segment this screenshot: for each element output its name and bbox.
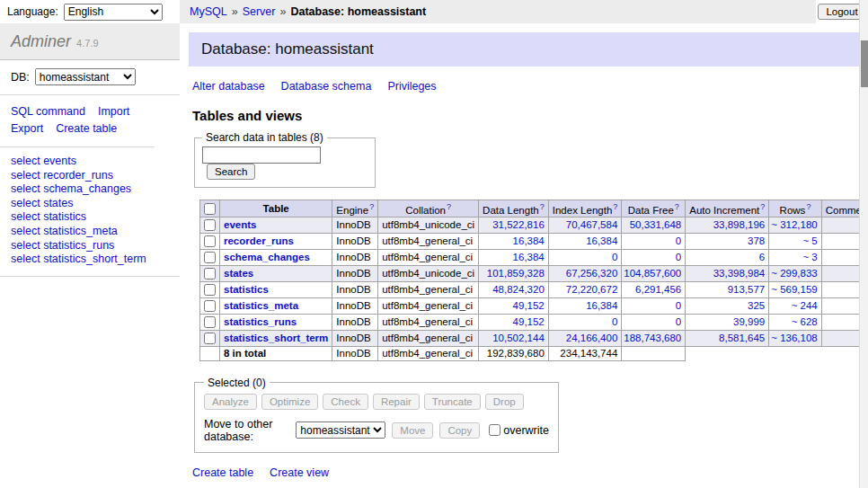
- sidebar-table-link[interactable]: schema_changes: [43, 182, 131, 195]
- sidebar-table-link[interactable]: states: [43, 197, 73, 209]
- data-length-link[interactable]: 48,824,320: [492, 284, 545, 295]
- repair-button[interactable]: Repair: [373, 394, 420, 410]
- column-help-link[interactable]: ?: [760, 202, 765, 211]
- index-length-link[interactable]: 16,384: [586, 300, 617, 311]
- move-button[interactable]: Move: [392, 422, 433, 439]
- data-length-link[interactable]: 101,859,328: [487, 268, 545, 279]
- create-view-link[interactable]: Create view: [270, 466, 329, 479]
- truncate-button[interactable]: Truncate: [424, 394, 481, 410]
- row-checkbox[interactable]: [204, 300, 216, 312]
- table-structure-link[interactable]: recorder_runs: [224, 235, 294, 246]
- data-free-link[interactable]: 6,291,456: [635, 284, 681, 295]
- rows-count-link[interactable]: ~ 3: [802, 252, 817, 262]
- alter-database-link[interactable]: Alter database: [192, 80, 265, 93]
- data-length-link[interactable]: 49,152: [513, 316, 545, 327]
- index-length-link[interactable]: 16,384: [586, 235, 617, 246]
- data-free-link[interactable]: 0: [676, 252, 681, 262]
- index-length-link[interactable]: 67,256,320: [566, 268, 618, 279]
- column-help-link[interactable]: ?: [675, 202, 679, 211]
- sidebar-link-sql-command[interactable]: SQL command: [11, 103, 85, 120]
- overwrite-checkbox[interactable]: [489, 424, 500, 436]
- breadcrumb-mysql-link[interactable]: MySQL: [190, 5, 227, 18]
- select-data-link[interactable]: select: [11, 197, 40, 209]
- vertical-scrollbar[interactable]: [859, 0, 868, 488]
- select-data-link[interactable]: select: [11, 182, 40, 195]
- table-structure-link[interactable]: events: [224, 219, 256, 230]
- index-length-link[interactable]: 70,467,584: [566, 219, 618, 230]
- select-data-link[interactable]: select: [11, 169, 40, 182]
- row-checkbox[interactable]: [204, 333, 216, 344]
- table-structure-link[interactable]: states: [224, 268, 253, 279]
- sidebar-table-link[interactable]: statistics_meta: [43, 225, 118, 237]
- rows-count-link[interactable]: ~ 628: [792, 316, 818, 327]
- auto-increment-link[interactable]: 325: [748, 300, 765, 311]
- row-checkbox[interactable]: [204, 252, 216, 263]
- check-button[interactable]: Check: [323, 394, 368, 410]
- auto-increment-link[interactable]: 33,898,196: [713, 219, 766, 230]
- table-structure-link[interactable]: schema_changes: [224, 252, 310, 262]
- column-help-link[interactable]: ?: [447, 202, 451, 211]
- search-input[interactable]: [202, 146, 321, 164]
- data-length-link[interactable]: 16,384: [513, 252, 545, 262]
- optimize-button[interactable]: Optimize: [261, 394, 318, 410]
- sidebar-table-link[interactable]: statistics_runs: [43, 239, 114, 252]
- data-free-link[interactable]: 0: [676, 316, 681, 327]
- data-length-link[interactable]: 31,522,816: [492, 219, 545, 230]
- index-length-link[interactable]: 0: [612, 316, 617, 327]
- rows-count-link[interactable]: ~ 312,180: [771, 219, 817, 230]
- create-table-link[interactable]: Create table: [192, 466, 253, 479]
- data-free-link[interactable]: 0: [676, 235, 681, 246]
- row-checkbox[interactable]: [204, 219, 216, 231]
- table-structure-link[interactable]: statistics_runs: [224, 316, 297, 327]
- column-help-link[interactable]: ?: [806, 202, 810, 211]
- data-length-link[interactable]: 10,502,144: [492, 333, 545, 343]
- language-select[interactable]: English: [64, 4, 163, 21]
- rows-count-link[interactable]: ~ 569,159: [771, 284, 817, 295]
- table-structure-link[interactable]: statistics_short_term: [224, 333, 328, 343]
- column-help-link[interactable]: ?: [613, 202, 617, 211]
- search-button[interactable]: Search: [207, 164, 255, 180]
- analyze-button[interactable]: Analyze: [204, 394, 257, 410]
- data-free-link[interactable]: 104,857,600: [624, 268, 681, 279]
- move-database-select[interactable]: homeassistant: [296, 421, 385, 439]
- index-length-link[interactable]: 0: [612, 252, 617, 262]
- row-checkbox[interactable]: [204, 235, 216, 247]
- auto-increment-link[interactable]: 913,577: [728, 284, 766, 295]
- auto-increment-link[interactable]: 39,999: [733, 316, 765, 327]
- rows-count-link[interactable]: ~ 136,108: [771, 333, 817, 343]
- select-all-checkbox[interactable]: [204, 203, 216, 215]
- rows-count-link[interactable]: ~ 5: [802, 235, 817, 246]
- row-checkbox[interactable]: [204, 268, 216, 279]
- sidebar-link-export[interactable]: Export: [11, 120, 43, 138]
- data-length-link[interactable]: 16,384: [513, 235, 545, 246]
- auto-increment-link[interactable]: 378: [748, 235, 765, 246]
- auto-increment-link[interactable]: 6: [759, 252, 765, 262]
- data-length-link[interactable]: 49,152: [513, 300, 545, 311]
- sidebar-link-create-table[interactable]: Create table: [56, 120, 117, 138]
- scrollbar-thumb[interactable]: [861, 40, 868, 87]
- select-data-link[interactable]: select: [11, 225, 40, 237]
- privileges-link[interactable]: Privileges: [387, 80, 436, 93]
- table-structure-link[interactable]: statistics_meta: [224, 300, 298, 311]
- table-structure-link[interactable]: statistics: [224, 284, 269, 295]
- row-checkbox[interactable]: [204, 316, 216, 328]
- drop-button[interactable]: Drop: [485, 394, 524, 410]
- index-length-link[interactable]: 24,166,400: [566, 333, 618, 343]
- auto-increment-link[interactable]: 33,398,984: [713, 268, 766, 279]
- auto-increment-link[interactable]: 8,581,645: [719, 333, 765, 343]
- select-data-link[interactable]: select: [11, 253, 40, 265]
- rows-count-link[interactable]: ~ 244: [792, 300, 818, 311]
- column-help-link[interactable]: ?: [540, 202, 545, 211]
- data-free-link[interactable]: 0: [676, 300, 681, 311]
- db-select[interactable]: homeassistant: [35, 68, 136, 85]
- select-data-link[interactable]: select: [11, 155, 40, 167]
- copy-button[interactable]: Copy: [439, 422, 480, 439]
- sidebar-table-link[interactable]: statistics: [43, 210, 86, 223]
- breadcrumb-server-link[interactable]: Server: [243, 5, 276, 18]
- select-data-link[interactable]: select: [11, 210, 40, 223]
- data-free-link[interactable]: 188,743,680: [624, 333, 681, 343]
- column-help-link[interactable]: ?: [369, 202, 374, 211]
- select-data-link[interactable]: select: [11, 239, 40, 252]
- sidebar-table-link[interactable]: recorder_runs: [43, 169, 113, 182]
- database-schema-link[interactable]: Database schema: [281, 80, 372, 93]
